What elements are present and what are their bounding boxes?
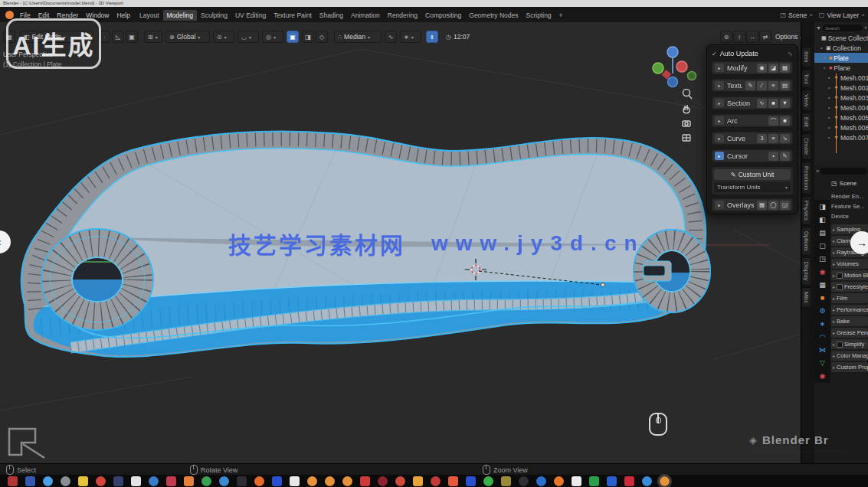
outliner-row[interactable]: • ▼ Mesh.006 <box>814 123 868 132</box>
visibility-dot-icon[interactable]: • <box>821 45 824 51</box>
properties-tab-icon[interactable]: ▤ <box>819 229 826 237</box>
sidebar-tab[interactable]: Options <box>801 227 811 256</box>
row-option-icon[interactable]: ▦ <box>780 64 790 73</box>
properties-section[interactable]: ▸ Film <box>831 293 868 303</box>
tool-panel-row[interactable]: ▸ Modify ◉◪▦ <box>712 61 793 74</box>
outliner-row[interactable]: • ▼ Mesh.003 <box>814 93 868 103</box>
sidebar-tab[interactable]: Item <box>801 47 811 67</box>
outliner-row[interactable]: • ▣ Collection <box>814 43 868 53</box>
menu-item[interactable]: Window <box>82 11 113 19</box>
next-arrow-button[interactable]: → <box>850 231 868 254</box>
taskbar-app-icon[interactable] <box>519 476 529 486</box>
row-option-icon[interactable]: ↘ <box>780 134 790 143</box>
row-toggle[interactable]: ▸ <box>715 134 724 142</box>
taskbar-app-icon[interactable] <box>96 476 106 486</box>
taskbar-app-icon[interactable] <box>431 476 441 486</box>
workspace-tab[interactable]: Shading <box>316 10 347 21</box>
snap-symmetry-toggle[interactable]: ⇄ <box>759 31 771 43</box>
properties-tab-icon[interactable]: ◉ <box>820 268 826 276</box>
row-option-icon[interactable]: ■ <box>768 99 778 108</box>
properties-section[interactable]: ▸ Volumes <box>831 259 868 269</box>
workspace-tab[interactable]: UV Editing <box>231 10 270 21</box>
taskbar-app-icon[interactable] <box>8 476 18 486</box>
taskbar-app-icon[interactable] <box>342 476 352 486</box>
taskbar-app-icon[interactable] <box>395 476 405 486</box>
shading-solid-button[interactable]: ◨ <box>302 31 314 43</box>
mirror-x-toggle[interactable]: ⊜ <box>720 31 732 43</box>
workspace-tab[interactable]: Scripting <box>522 10 555 21</box>
taskbar-app-icon[interactable] <box>201 476 211 486</box>
navigation-gizmo[interactable] <box>651 44 700 152</box>
taskbar-app-icon[interactable] <box>607 476 617 486</box>
outliner-row[interactable]: • ▼ Mesh.005 <box>814 113 868 123</box>
taskbar-app-icon[interactable] <box>307 476 317 486</box>
row-option-icon[interactable]: ▼ <box>780 99 790 108</box>
overlays-row[interactable]: ▸ Overlays ▦◯◲ <box>712 198 793 211</box>
taskbar-app-icon[interactable] <box>25 476 35 486</box>
gizmo-dropdown[interactable]: ∗▾ <box>400 31 421 43</box>
view-layer-selector[interactable]: ▢ View Layer × <box>819 11 865 19</box>
row-option-icon[interactable]: ✎ <box>780 152 790 161</box>
sidebar-tab[interactable]: Create <box>801 133 811 160</box>
row-toggle[interactable]: ▸ <box>715 99 724 107</box>
taskbar-app-icon[interactable] <box>237 476 247 486</box>
properties-tab-icon[interactable]: ■ <box>821 294 824 302</box>
tool-panel-row[interactable]: ▸ Arc ⌒■ <box>712 114 793 127</box>
properties-tab-icon[interactable]: ◠ <box>820 333 826 341</box>
row-option-icon[interactable]: ◯ <box>768 201 778 210</box>
outliner-row[interactable]: • ▦ Scene Collection <box>814 33 868 43</box>
xray-toggle[interactable]: ▣ <box>287 31 299 43</box>
workspace-tab[interactable]: Texture Paint <box>270 10 316 21</box>
edge-select-button[interactable]: ◺ <box>112 31 124 43</box>
workspace-tab[interactable]: Layout <box>136 10 163 21</box>
row-option-icon[interactable]: ≡ <box>768 81 778 90</box>
taskbar-app-icon[interactable] <box>149 476 159 486</box>
taskbar-app-icon[interactable] <box>184 476 194 486</box>
scene-selector[interactable]: ◳ Scene × <box>781 11 813 19</box>
properties-section[interactable]: ▸ Bake <box>831 316 868 326</box>
taskbar-app-icon[interactable] <box>78 476 88 486</box>
mirror-y-toggle[interactable]: ↕ <box>733 31 745 43</box>
row-option-icon[interactable]: ◉ <box>757 64 767 73</box>
taskbar-app-icon[interactable] <box>448 476 458 486</box>
pause-toggle[interactable]: ‖ <box>426 31 438 43</box>
blender-logo-icon[interactable] <box>5 11 14 19</box>
properties-section[interactable]: ▸ Freestyle <box>831 282 868 292</box>
taskbar-app-icon[interactable] <box>483 476 493 486</box>
taskbar-app-icon[interactable] <box>325 476 335 486</box>
visibility-dot-icon[interactable]: • <box>824 55 827 60</box>
sidebar-tab[interactable]: Tool <box>801 69 811 89</box>
taskbar-app-icon[interactable] <box>166 476 176 486</box>
outliner-search-input[interactable]: Search <box>823 25 863 31</box>
new-collection-icon[interactable]: + <box>864 25 867 31</box>
overlay-toggle[interactable]: ∿ <box>385 31 397 43</box>
properties-section[interactable]: ▸ Simplify <box>831 339 868 349</box>
taskbar-app-icon[interactable] <box>219 476 229 486</box>
orientation-dropdown[interactable]: ⊕Global ▾ <box>165 31 210 43</box>
menu-item[interactable]: Help <box>113 11 133 19</box>
visibility-dot-icon[interactable]: • <box>828 95 832 100</box>
sidebar-tab[interactable]: Misc <box>801 287 811 308</box>
sidebar-tab[interactable]: Physics <box>801 196 811 225</box>
outliner-row[interactable]: • ■ Plate <box>814 53 868 63</box>
workspace-tab[interactable]: Modeling <box>163 10 198 21</box>
view-dropdown[interactable]: ⊞▾ <box>144 31 162 43</box>
properties-tab-icon[interactable]: ▽ <box>820 359 825 367</box>
outliner-row[interactable]: • ▼ Mesh.002 <box>814 83 868 93</box>
taskbar-app-icon[interactable] <box>589 476 599 486</box>
visibility-dot-icon[interactable]: • <box>828 105 832 110</box>
properties-section[interactable]: ▸ Custom Properties <box>831 362 868 372</box>
taskbar-app-icon[interactable] <box>660 476 670 486</box>
properties-tab-icon[interactable]: ⋈ <box>819 346 826 354</box>
taskbar-app-icon[interactable] <box>378 476 388 486</box>
section-checkbox[interactable] <box>837 342 843 348</box>
row-toggle[interactable]: ▸ <box>715 116 724 125</box>
menu-item[interactable]: File <box>16 11 34 19</box>
properties-tab-icon[interactable]: ◳ <box>819 255 826 263</box>
sidebar-tab[interactable]: Relations <box>801 162 811 194</box>
mirror-z-toggle[interactable]: ↔ <box>746 31 758 43</box>
face-select-button[interactable]: ▣ <box>126 31 138 43</box>
properties-tab-icon[interactable]: ⚙ <box>819 307 825 315</box>
tool-panel-row[interactable]: ▸ Section ∿■▼ <box>712 96 793 109</box>
outliner-row[interactable]: • ▼ Mesh.001 <box>814 73 868 83</box>
